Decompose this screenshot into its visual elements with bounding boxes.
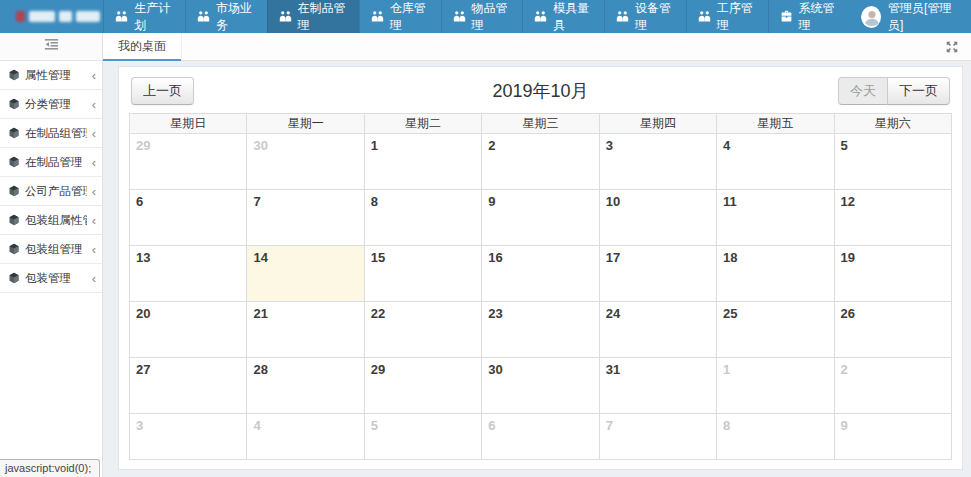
calendar-week-row: 293012345 bbox=[130, 134, 952, 190]
calendar-day[interactable]: 4 bbox=[717, 134, 834, 190]
calendar-day[interactable]: 19 bbox=[834, 246, 951, 302]
calendar-week-row: 6789101112 bbox=[130, 190, 952, 246]
calendar-table: 星期日星期一星期二星期三星期四星期五星期六 293012345678910111… bbox=[129, 113, 952, 460]
calendar-toolbar: 上一页 2019年10月 今天 下一页 bbox=[129, 77, 952, 105]
calendar-day[interactable]: 29 bbox=[130, 134, 247, 190]
calendar-day[interactable]: 6 bbox=[482, 414, 599, 460]
calendar-day[interactable]: 3 bbox=[130, 414, 247, 460]
nav-item-在制品管理[interactable]: 在制品管理 bbox=[267, 0, 359, 33]
calendar-day[interactable]: 3 bbox=[599, 134, 716, 190]
calendar-day[interactable]: 20 bbox=[130, 302, 247, 358]
sidebar-item-label: 公司产品管理 bbox=[25, 184, 87, 199]
nav-item-label: 工序管理 bbox=[717, 0, 757, 34]
calendar-day[interactable]: 18 bbox=[717, 246, 834, 302]
weekday-header: 星期五 bbox=[717, 114, 834, 134]
weekday-header: 星期六 bbox=[834, 114, 951, 134]
chevron-left-icon: ‹ bbox=[92, 98, 96, 111]
sidebar-item-包装组属性管理[interactable]: 包装组属性管理‹ bbox=[0, 206, 102, 235]
calendar-day[interactable]: 9 bbox=[834, 414, 951, 460]
today-button[interactable]: 今天 bbox=[838, 77, 888, 105]
people-icon bbox=[698, 10, 711, 23]
fullscreen-icon[interactable] bbox=[946, 41, 958, 53]
calendar-day[interactable]: 24 bbox=[599, 302, 716, 358]
calendar-day[interactable]: 8 bbox=[364, 190, 481, 246]
calendar-day[interactable]: 5 bbox=[834, 134, 951, 190]
sidebar-item-属性管理[interactable]: 属性管理‹ bbox=[0, 61, 102, 90]
calendar-day[interactable]: 26 bbox=[834, 302, 951, 358]
cube-icon bbox=[8, 127, 20, 139]
sidebar-collapse-button[interactable] bbox=[0, 33, 102, 61]
nav-item-设备管理[interactable]: 设备管理 bbox=[604, 0, 686, 33]
user-label: 管理员[管理员] bbox=[888, 0, 959, 34]
nav-item-模具量具[interactable]: 模具量具 bbox=[522, 0, 604, 33]
calendar-day[interactable]: 13 bbox=[130, 246, 247, 302]
calendar-week-row: 272829303112 bbox=[130, 358, 952, 414]
calendar-day[interactable]: 1 bbox=[717, 358, 834, 414]
nav-item-label: 仓库管理 bbox=[390, 0, 430, 34]
calendar-day-today[interactable]: 14 bbox=[247, 246, 364, 302]
calendar-week-row: 20212223242526 bbox=[130, 302, 952, 358]
people-icon bbox=[279, 10, 292, 23]
calendar-day[interactable]: 15 bbox=[364, 246, 481, 302]
sidebar-item-包装管理[interactable]: 包装管理‹ bbox=[0, 264, 102, 293]
sidebar-item-在制品管理[interactable]: 在制品管理‹ bbox=[0, 148, 102, 177]
logo-block bbox=[16, 11, 25, 22]
nav-item-工序管理[interactable]: 工序管理 bbox=[686, 0, 768, 33]
calendar-day[interactable]: 12 bbox=[834, 190, 951, 246]
tab-my-desktop[interactable]: 我的桌面 bbox=[103, 33, 182, 60]
sidebar-item-label: 分类管理 bbox=[25, 97, 87, 112]
sidebar-item-公司产品管理[interactable]: 公司产品管理‹ bbox=[0, 177, 102, 206]
calendar-day[interactable]: 10 bbox=[599, 190, 716, 246]
calendar-day[interactable]: 1 bbox=[364, 134, 481, 190]
app-logo bbox=[0, 0, 103, 33]
calendar-day[interactable]: 2 bbox=[482, 134, 599, 190]
calendar-day[interactable]: 17 bbox=[599, 246, 716, 302]
calendar-day[interactable]: 5 bbox=[364, 414, 481, 460]
calendar-day[interactable]: 9 bbox=[482, 190, 599, 246]
nav-item-label: 设备管理 bbox=[635, 0, 675, 34]
logo-block bbox=[29, 11, 55, 22]
user-menu[interactable]: 管理员[管理员] bbox=[849, 0, 971, 33]
sidebar-menu: 属性管理‹分类管理‹在制品组管理‹在制品管理‹公司产品管理‹包装组属性管理‹包装… bbox=[0, 61, 102, 293]
calendar-day[interactable]: 6 bbox=[130, 190, 247, 246]
calendar-day[interactable]: 2 bbox=[834, 358, 951, 414]
people-icon bbox=[453, 10, 466, 23]
chevron-left-icon: ‹ bbox=[92, 69, 96, 82]
chevron-left-icon: ‹ bbox=[92, 243, 96, 256]
nav-item-系统管理[interactable]: 系统管理 bbox=[768, 0, 850, 33]
chevron-left-icon: ‹ bbox=[92, 272, 96, 285]
sidebar-item-分类管理[interactable]: 分类管理‹ bbox=[0, 90, 102, 119]
weekday-header: 星期三 bbox=[482, 114, 599, 134]
calendar-day[interactable]: 23 bbox=[482, 302, 599, 358]
sidebar-item-label: 在制品组管理 bbox=[25, 126, 87, 141]
nav-item-市场业务[interactable]: 市场业务 bbox=[185, 0, 267, 33]
status-link-tooltip: javascript:void(0); bbox=[0, 459, 100, 477]
calendar-day[interactable]: 25 bbox=[717, 302, 834, 358]
calendar-day[interactable]: 8 bbox=[717, 414, 834, 460]
calendar-day[interactable]: 7 bbox=[247, 190, 364, 246]
briefcase-icon bbox=[780, 10, 793, 23]
calendar-day[interactable]: 29 bbox=[364, 358, 481, 414]
cube-icon bbox=[8, 98, 20, 110]
calendar-day[interactable]: 30 bbox=[247, 134, 364, 190]
calendar-day[interactable]: 16 bbox=[482, 246, 599, 302]
nav-item-仓库管理[interactable]: 仓库管理 bbox=[359, 0, 441, 33]
calendar-day[interactable]: 7 bbox=[599, 414, 716, 460]
calendar-day[interactable]: 30 bbox=[482, 358, 599, 414]
sidebar-item-label: 包装管理 bbox=[25, 271, 87, 286]
calendar-week-row: 3456789 bbox=[130, 414, 952, 460]
calendar-day[interactable]: 31 bbox=[599, 358, 716, 414]
sidebar-item-在制品组管理[interactable]: 在制品组管理‹ bbox=[0, 119, 102, 148]
calendar-day[interactable]: 28 bbox=[247, 358, 364, 414]
calendar-day[interactable]: 21 bbox=[247, 302, 364, 358]
nav-item-物品管理[interactable]: 物品管理 bbox=[441, 0, 523, 33]
nav-item-生产计划[interactable]: 生产计划 bbox=[103, 0, 185, 33]
nav-item-label: 市场业务 bbox=[216, 0, 256, 34]
calendar-day[interactable]: 11 bbox=[717, 190, 834, 246]
calendar-day[interactable]: 22 bbox=[364, 302, 481, 358]
sidebar-item-包装组管理[interactable]: 包装组管理‹ bbox=[0, 235, 102, 264]
logo-block bbox=[76, 11, 100, 22]
calendar-day[interactable]: 4 bbox=[247, 414, 364, 460]
calendar-day[interactable]: 27 bbox=[130, 358, 247, 414]
next-month-button[interactable]: 下一页 bbox=[887, 77, 950, 105]
